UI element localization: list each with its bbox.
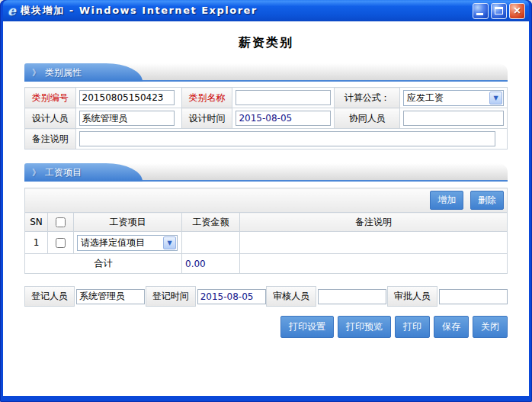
section-title-salary-items: 工资项目 [45,167,82,178]
form-row-2: 设计人员 设计时间 协同人员 [25,108,508,129]
table-toolbar-row: 增加 删除 [25,188,508,213]
approver-label: 审批人员 [387,286,437,307]
remark-label: 备注说明 [32,133,69,144]
reviewer-field[interactable] [318,289,386,304]
category-name-field[interactable] [236,90,331,105]
maximize-icon [495,7,503,14]
register-time-label: 登记时间 [146,286,196,307]
select-all-checkbox[interactable] [56,217,66,227]
form-row-1: 类别编号 类别名称 计算公式： 应发工资 ▼ [25,88,508,108]
formula-label: 计算公式： [345,92,390,103]
section-tab-attributes: 》类别属性 [24,63,143,82]
window-title: 模块增加 - Windows Internet Explorer [21,4,470,18]
row-checkbox[interactable] [56,238,66,248]
remark-field[interactable] [79,131,495,146]
collaborator-label: 协同人员 [349,113,386,124]
internet-explorer-icon: e [8,3,16,18]
section-header-salary-items: 》工资项目 [24,163,508,182]
section-marker-icon: 》 [32,68,40,78]
print-settings-button[interactable]: 打印设置 [280,316,334,338]
category-code-label: 类别编号 [32,92,69,103]
section-header-attributes: 》类别属性 [24,63,508,82]
section-marker-icon: 》 [32,168,40,178]
reviewer-label: 审核人员 [266,286,316,307]
registrar-label: 登记人员 [24,286,75,307]
section-tab-salary-items: 》工资项目 [24,163,143,182]
browser-window: e 模块增加 - Windows Internet Explorer ✕ 薪资类… [0,0,532,402]
page-title: 薪资类别 [24,35,508,51]
formula-selected-value: 应发工资 [407,92,444,105]
row-sn: 1 [34,237,40,248]
chevron-down-icon: ▼ [163,236,176,249]
total-label: 合计 [95,258,113,269]
register-time-pair: 登记时间 [146,286,266,307]
designer-field[interactable] [79,111,175,126]
design-time-field[interactable] [236,111,331,126]
salary-items-table: 增加 删除 SN 工资项目 工资金额 备注说明 1 请选择定值项目 ▼ [24,188,508,274]
title-bar: e 模块增加 - Windows Internet Explorer ✕ [3,0,529,21]
category-name-label: 类别名称 [189,92,226,103]
print-preview-button[interactable]: 打印预览 [338,316,391,338]
salary-item-selected-value: 请选择定值项目 [81,236,145,249]
sn-column-header: SN [30,217,43,227]
approver-pair: 审批人员 [387,286,508,307]
table-total-row: 合计 0.00 [25,254,508,274]
attributes-form: 类别编号 类别名称 计算公式： 应发工资 ▼ 设计人员 设计时间 协同人员 [24,87,508,150]
reviewer-pair: 审核人员 [266,286,386,307]
delete-button[interactable]: 删除 [470,191,504,210]
remark-column-header: 备注说明 [355,217,392,227]
registrar-pair: 登记人员 [24,286,145,307]
page-content: 薪资类别 》类别属性 类别编号 类别名称 计算公式： 应发工资 ▼ [3,21,529,396]
close-page-button[interactable]: 关闭 [473,316,508,338]
formula-select[interactable]: 应发工资 ▼ [403,90,504,106]
close-button[interactable]: ✕ [509,3,525,19]
form-row-3: 备注说明 [25,129,508,150]
category-code-field[interactable] [79,90,175,105]
approver-field[interactable] [439,289,508,304]
salary-item-select[interactable]: 请选择定值项目 ▼ [77,235,178,251]
designer-label: 设计人员 [32,113,69,124]
item-column-header: 工资项目 [110,217,146,227]
amount-column-header: 工资金额 [193,217,229,227]
minimize-button[interactable] [473,3,489,19]
table-header-row: SN 工资项目 工资金额 备注说明 [25,213,508,232]
footer-buttons: 打印设置 打印预览 打印 保存 关闭 [24,316,508,338]
design-time-label: 设计时间 [189,113,226,124]
section-title-attributes: 类别属性 [45,67,82,78]
total-amount: 0.00 [185,259,206,269]
print-button[interactable]: 打印 [395,316,430,338]
close-icon: ✕ [510,4,524,18]
chevron-down-icon: ▼ [489,92,502,105]
collaborator-field[interactable] [403,111,504,126]
footer-fields: 登记人员 登记时间 审核人员 审批人员 [24,286,508,307]
maximize-button[interactable] [491,3,507,19]
add-button[interactable]: 增加 [430,191,463,210]
save-button[interactable]: 保存 [434,316,469,338]
register-time-field[interactable] [197,289,266,304]
table-row: 1 请选择定值项目 ▼ [25,232,508,254]
minimize-icon [476,13,483,15]
registrar-field[interactable] [76,289,145,304]
